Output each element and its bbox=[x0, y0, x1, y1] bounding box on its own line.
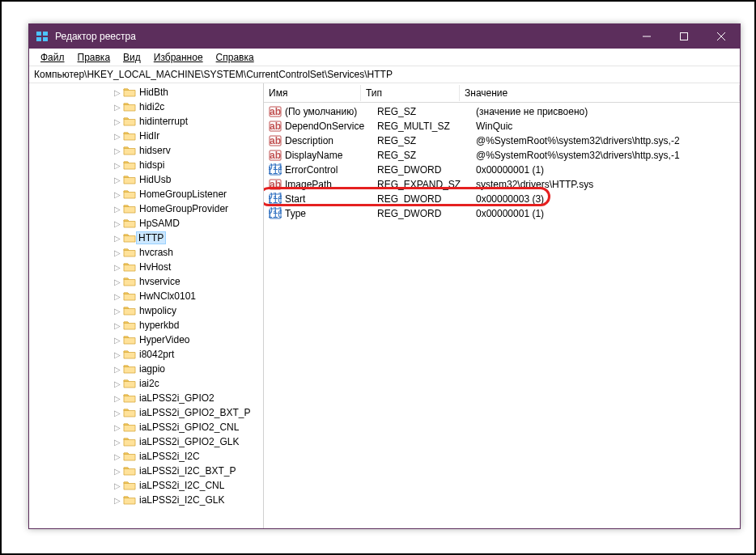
expander-icon[interactable]: ▷ bbox=[112, 334, 123, 345]
tree-item[interactable]: ▷iai2c bbox=[32, 376, 264, 391]
tree-item-label: hidserv bbox=[138, 145, 172, 156]
tree-item[interactable]: ▷i8042prt bbox=[32, 347, 264, 362]
tree-item-label: iaLPSS2i_GPIO2_GLK bbox=[138, 436, 240, 447]
value-row[interactable]: ImagePathREG_EXPAND_SZsystem32\drivers\H… bbox=[264, 177, 740, 192]
tree-item[interactable]: ▷HomeGroupListener bbox=[32, 187, 264, 201]
expander-icon[interactable]: ▷ bbox=[112, 349, 123, 360]
expander-icon[interactable]: ▷ bbox=[112, 174, 123, 185]
expander-icon[interactable]: ▷ bbox=[112, 436, 123, 447]
expander-icon[interactable]: ▷ bbox=[112, 407, 123, 418]
address-bar[interactable]: Компьютер\HKEY_LOCAL_MACHINE\SYSTEM\Curr… bbox=[29, 66, 740, 83]
tree-item[interactable]: ▷hidserv bbox=[32, 143, 264, 158]
header-type[interactable]: Тип bbox=[361, 85, 460, 101]
tree-item[interactable]: ▷HidIr bbox=[32, 129, 264, 143]
expander-icon[interactable]: ▷ bbox=[112, 378, 123, 389]
tree-item[interactable]: ▷iaLPSS2i_I2C_CNL bbox=[32, 478, 264, 493]
menu-file[interactable]: Файл bbox=[34, 50, 71, 65]
tree-item[interactable]: ▷hwpolicy bbox=[32, 303, 264, 318]
folder-icon bbox=[123, 392, 136, 404]
expander-icon[interactable]: ▷ bbox=[112, 247, 123, 258]
expander-icon[interactable]: ▷ bbox=[112, 232, 123, 244]
expander-icon[interactable]: ▷ bbox=[112, 363, 123, 375]
tree-item[interactable]: ▷HidUsb bbox=[32, 172, 264, 187]
menu-edit[interactable]: Правка bbox=[71, 50, 117, 65]
folder-icon bbox=[123, 451, 136, 462]
tree-pane[interactable]: ▷HidBth▷hidi2c▷hidinterrupt▷HidIr▷hidser… bbox=[29, 83, 264, 528]
list-pane[interactable]: Имя Тип Значение (По умолчанию)REG_SZ(зн… bbox=[264, 83, 740, 528]
tree-item[interactable]: ▷iaLPSS2i_GPIO2_GLK bbox=[32, 434, 264, 449]
expander-icon[interactable]: ▷ bbox=[112, 218, 123, 229]
expander-icon[interactable]: ▷ bbox=[112, 451, 123, 462]
folder-icon bbox=[123, 87, 136, 98]
tree-item-label: HwNClx0101 bbox=[138, 290, 197, 302]
value-name: Type bbox=[285, 208, 377, 219]
expander-icon[interactable]: ▷ bbox=[112, 305, 123, 316]
header-value[interactable]: Значение bbox=[460, 85, 740, 101]
string-value-icon bbox=[269, 149, 282, 162]
tree-item[interactable]: ▷iaLPSS2i_GPIO2_BXT_P bbox=[32, 405, 264, 420]
minimize-button[interactable] bbox=[628, 24, 665, 49]
folder-icon bbox=[123, 305, 136, 316]
menu-view[interactable]: Вид bbox=[117, 50, 147, 65]
expander-icon[interactable]: ▷ bbox=[112, 320, 123, 331]
value-row[interactable]: DisplayNameREG_SZ@%SystemRoot%\system32\… bbox=[264, 148, 740, 163]
value-name: DisplayName bbox=[285, 150, 377, 161]
expander-icon[interactable]: ▷ bbox=[112, 392, 123, 404]
expander-icon[interactable]: ▷ bbox=[112, 87, 123, 98]
expander-icon[interactable]: ▷ bbox=[112, 189, 123, 200]
value-row[interactable]: ErrorControlREG_DWORD0x00000001 (1) bbox=[264, 163, 740, 177]
titlebar[interactable]: Редактор реестра bbox=[29, 24, 740, 49]
expander-icon[interactable]: ▷ bbox=[112, 159, 123, 171]
tree-item-label: hidspi bbox=[138, 159, 165, 171]
expander-icon[interactable]: ▷ bbox=[112, 261, 123, 273]
expander-icon[interactable]: ▷ bbox=[112, 480, 123, 491]
tree-item[interactable]: ▷HyperVideo bbox=[32, 333, 264, 347]
tree-item[interactable]: ▷hidinterrupt bbox=[32, 114, 264, 129]
tree-item[interactable]: ▷iaLPSS2i_GPIO2 bbox=[32, 391, 264, 405]
value-row[interactable]: (По умолчанию)REG_SZ(значение не присвое… bbox=[264, 104, 740, 119]
tree-item[interactable]: ▷iaLPSS2i_GPIO2_CNL bbox=[32, 420, 264, 434]
tree-item[interactable]: ▷hyperkbd bbox=[32, 318, 264, 333]
tree-item[interactable]: ▷HvHost bbox=[32, 260, 264, 274]
menu-favorites[interactable]: Избранное bbox=[147, 50, 210, 65]
tree-item-label: HpSAMD bbox=[138, 218, 181, 229]
expander-icon[interactable]: ▷ bbox=[112, 465, 123, 477]
content-area: ▷HidBth▷hidi2c▷hidinterrupt▷HidIr▷hidser… bbox=[29, 83, 740, 528]
folder-icon bbox=[123, 465, 136, 477]
tree-item[interactable]: ▷hidspi bbox=[32, 158, 264, 172]
tree-item[interactable]: ▷iaLPSS2i_I2C_GLK bbox=[32, 493, 264, 507]
close-button[interactable] bbox=[703, 24, 740, 49]
menu-help[interactable]: Справка bbox=[210, 50, 261, 65]
tree-item-label: hidi2c bbox=[138, 101, 165, 112]
tree-item[interactable]: ▷hvservice bbox=[32, 274, 264, 289]
value-data: (значение не присвоено) bbox=[476, 106, 740, 117]
tree-item[interactable]: ▷HpSAMD bbox=[32, 216, 264, 231]
tree-item-label: iaLPSS2i_I2C_GLK bbox=[138, 494, 225, 506]
tree-item-label: hidinterrupt bbox=[138, 116, 189, 127]
tree-item[interactable]: ▷hidi2c bbox=[32, 100, 264, 114]
expander-icon[interactable]: ▷ bbox=[112, 203, 123, 214]
tree-item[interactable]: ▷iagpio bbox=[32, 362, 264, 376]
tree-item[interactable]: ▷HidBth bbox=[32, 85, 264, 100]
expander-icon[interactable]: ▷ bbox=[112, 130, 123, 142]
value-row[interactable]: TypeREG_DWORD0x00000001 (1) bbox=[264, 206, 740, 221]
tree-item[interactable]: ▷HTTP bbox=[32, 231, 264, 245]
tree-item[interactable]: ▷hvcrash bbox=[32, 245, 264, 260]
tree-item[interactable]: ▷HomeGroupProvider bbox=[32, 201, 264, 216]
value-row[interactable]: DependOnServiceREG_MULTI_SZWinQuic bbox=[264, 119, 740, 133]
tree-item[interactable]: ▷HwNClx0101 bbox=[32, 289, 264, 303]
expander-icon[interactable]: ▷ bbox=[112, 422, 123, 433]
header-name[interactable]: Имя bbox=[264, 85, 361, 101]
expander-icon[interactable]: ▷ bbox=[112, 290, 123, 302]
tree-item[interactable]: ▷iaLPSS2i_I2C bbox=[32, 449, 264, 464]
expander-icon[interactable]: ▷ bbox=[112, 276, 123, 287]
value-row[interactable]: StartREG_DWORD0x00000003 (3) bbox=[264, 192, 740, 206]
value-row[interactable]: DescriptionREG_SZ@%SystemRoot%\system32\… bbox=[264, 133, 740, 148]
expander-icon[interactable]: ▷ bbox=[112, 145, 123, 156]
expander-icon[interactable]: ▷ bbox=[112, 116, 123, 127]
maximize-button[interactable] bbox=[665, 24, 703, 49]
expander-icon[interactable]: ▷ bbox=[112, 101, 123, 112]
expander-icon[interactable]: ▷ bbox=[112, 494, 123, 506]
tree-item[interactable]: ▷iaLPSS2i_I2C_BXT_P bbox=[32, 464, 264, 478]
folder-icon bbox=[123, 101, 136, 112]
